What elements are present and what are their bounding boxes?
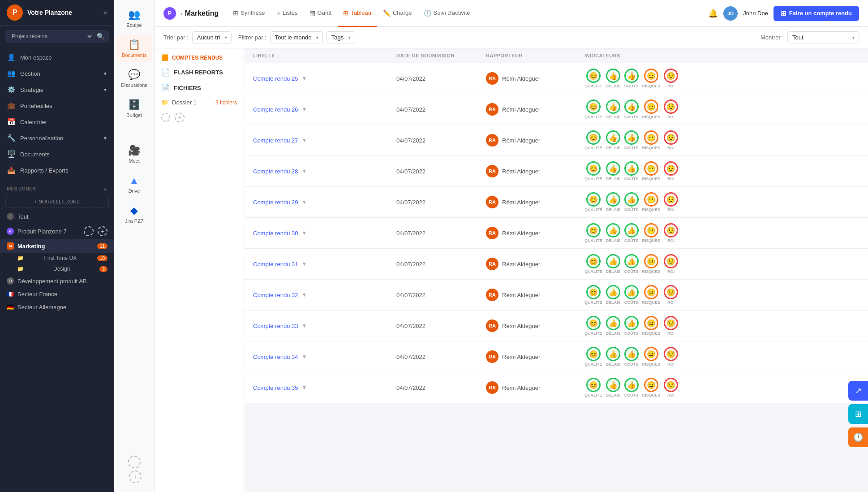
- tab-gantt[interactable]: ▦ Gantt: [304, 0, 337, 27]
- chevron-down-icon[interactable]: ▼: [301, 292, 307, 298]
- compte-rendu-link[interactable]: Compte rendu 35: [253, 384, 298, 391]
- chevron-down-icon[interactable]: ▼: [301, 323, 307, 329]
- sidebar-item-personnalisation[interactable]: 🔧 Personnalisation ▼: [0, 130, 114, 146]
- add-button[interactable]: +: [98, 226, 107, 236]
- sidebar-item-mon-espace[interactable]: 👤 Mon espace: [0, 49, 114, 65]
- indicator-label: DÉLAIS: [606, 331, 621, 336]
- mid-item-documents[interactable]: 📋 Documents: [116, 35, 152, 62]
- sidebar-item-rapports[interactable]: 📤 Rapports / Exports: [0, 162, 114, 178]
- dossier-1-item[interactable]: 📁 Dossier 1 3 fichiers: [155, 96, 244, 109]
- roi-circle: 😟: [664, 223, 678, 237]
- trier-select[interactable]: Aucun tri: [192, 31, 232, 43]
- indicator-label: RISQUES: [642, 115, 661, 119]
- indicator-risques: 😐RISQUES: [642, 254, 661, 274]
- indicator-label: ROI: [667, 362, 675, 367]
- filtrer-select[interactable]: Tout le monde: [270, 31, 323, 43]
- first-ux-badge: 10: [97, 255, 107, 261]
- date-cell: 04/07/2022: [396, 137, 486, 144]
- fichiers-item[interactable]: 📄 FICHIERS: [155, 80, 244, 96]
- sidebar-item-produit-pz7[interactable]: P Produit Planzone 7 +: [0, 223, 114, 239]
- chevron-down-icon: ▼: [103, 136, 107, 141]
- recent-projects-select[interactable]: Projets récents: [10, 33, 93, 40]
- chevron-down-icon[interactable]: ▼: [301, 354, 307, 360]
- indicator-label: ROI: [667, 269, 675, 274]
- collapse-sidebar-button[interactable]: «: [103, 9, 107, 17]
- indicator-label: COÛTS: [624, 362, 639, 367]
- compte-rendu-link[interactable]: Compte rendu 33: [253, 323, 298, 329]
- chevron-down-icon[interactable]: ▼: [301, 106, 307, 112]
- chevron-down-icon[interactable]: ▼: [301, 261, 307, 267]
- mid-item-equipe[interactable]: 👥 Equipe: [116, 4, 152, 32]
- produit-icon: P: [7, 228, 14, 235]
- roi-circle: 😟: [664, 378, 678, 392]
- sidebar-item-gestion[interactable]: 👥 Gestion ▼: [0, 65, 114, 82]
- indicator-risques: 😐RISQUES: [642, 347, 661, 367]
- sidebar-item-secteur-allemagne[interactable]: 🇩🇪 Secteur Allemagne: [0, 301, 114, 314]
- coûts-circle: 👍: [624, 316, 639, 330]
- dossier-badge: 3 fichiers: [215, 99, 237, 106]
- listes-icon: ≡: [276, 9, 280, 17]
- chevron-down-icon[interactable]: ▼: [301, 168, 307, 174]
- date-cell: 04/07/2022: [396, 230, 486, 237]
- row-label-cell: Compte rendu 30▼: [253, 230, 396, 237]
- back-button[interactable]: ‹: [180, 10, 183, 17]
- tab-suivi-activite[interactable]: 🕐 Suivi d'activité: [418, 0, 476, 27]
- compte-rendu-link[interactable]: Compte rendu 31: [253, 261, 298, 268]
- sidebar-item-strategie[interactable]: ⚙️ Stratégie ▼: [0, 82, 114, 98]
- search-button[interactable]: 🔍: [97, 33, 104, 40]
- tab-tableau[interactable]: ⊞ Tableau: [338, 0, 377, 27]
- chevron-down-icon[interactable]: ▼: [301, 199, 307, 205]
- compte-rendu-link[interactable]: Compte rendu 29: [253, 199, 298, 206]
- chevron-down-icon[interactable]: ▼: [301, 137, 307, 143]
- mid-item-jira[interactable]: ◆ Jira PZ7: [116, 200, 152, 228]
- flash-reports-item[interactable]: 📄 FLASH REPORTS: [155, 65, 244, 80]
- qualité-circle: 😊: [586, 285, 601, 299]
- mid-item-meet[interactable]: 🎥 Meet: [116, 140, 152, 168]
- float-btn-blue[interactable]: ↗: [848, 381, 868, 401]
- compte-rendu-link[interactable]: Compte rendu 28: [253, 168, 298, 175]
- chevron-down-icon[interactable]: ▼: [301, 384, 307, 391]
- compte-rendu-link[interactable]: Compte rendu 25: [253, 75, 298, 82]
- search-box: Projets récents 🔍: [5, 30, 109, 43]
- chevron-down-icon[interactable]: ▼: [301, 75, 307, 82]
- mid-item-discussions[interactable]: 💬 Discussions: [116, 65, 152, 92]
- mid-item-drive[interactable]: ▲ Drive: [116, 170, 152, 198]
- compte-rendu-link[interactable]: Compte rendu 26: [253, 106, 298, 113]
- tab-synthese[interactable]: ⊞ Synthèse: [228, 0, 270, 27]
- mid-item-budget[interactable]: 🗄️ Budget: [116, 95, 152, 122]
- trier-select-wrapper: Aucun tri: [192, 31, 232, 43]
- sidebar-item-marketing[interactable]: M Marketing 11: [0, 239, 114, 253]
- roi-circle: 😟: [664, 192, 678, 207]
- add-integration-button[interactable]: +: [129, 470, 142, 483]
- sidebar-item-documents[interactable]: 🖥️ Documents: [0, 146, 114, 162]
- add-zone-button[interactable]: + NOUVELLE ZONE: [5, 196, 109, 207]
- row-label-cell: Compte rendu 28▼: [253, 168, 396, 175]
- sidebar-item-calendrier[interactable]: 📅 Calendrier: [0, 114, 114, 130]
- tab-charge[interactable]: ✏️ Charge: [378, 0, 417, 27]
- chevron-down-icon[interactable]: ▼: [301, 230, 307, 236]
- faire-compte-rendu-button[interactable]: ⊞ Faire un compte rendu: [773, 6, 859, 21]
- sidebar-item-portefeuilles[interactable]: 💼 Portefeuilles: [0, 98, 114, 114]
- reporter-name: Rémi Aldeguer: [502, 354, 540, 360]
- montrer-select[interactable]: Tout Actif Archivé: [787, 31, 859, 43]
- float-btn-teal[interactable]: ⊞: [848, 404, 868, 424]
- délais-circle: 👍: [606, 254, 620, 268]
- sidebar-item-secteur-france[interactable]: 🇫🇷 Secteur France: [0, 288, 114, 301]
- tab-listes[interactable]: ≡ Listes: [271, 0, 303, 27]
- compte-rendu-link[interactable]: Compte rendu 27: [253, 137, 298, 144]
- sidebar-item-dev-produit[interactable]: O Développement produit AB: [0, 274, 114, 288]
- marketing-icon: M: [7, 242, 14, 250]
- compte-rendu-link[interactable]: Compte rendu 34: [253, 354, 298, 360]
- tags-select[interactable]: Tags: [327, 31, 355, 43]
- comptes-rendus-header[interactable]: 🟧 COMPTES RENDUS: [155, 51, 244, 65]
- add-folder-button[interactable]: +: [175, 112, 185, 122]
- sidebar-item-first-time-ux[interactable]: 📁 First Time UX 10: [0, 253, 114, 263]
- sidebar-item-design[interactable]: 📁 Design 3: [0, 263, 114, 274]
- compte-rendu-link[interactable]: Compte rendu 32: [253, 292, 298, 298]
- compte-rendu-link[interactable]: Compte rendu 30: [253, 230, 298, 237]
- indicator-roi: 😟ROI: [664, 254, 678, 274]
- risques-circle: 😐: [644, 192, 658, 207]
- sidebar-item-tout[interactable]: ○ Tout: [0, 210, 114, 223]
- notifications-button[interactable]: 🔔: [708, 9, 718, 18]
- float-btn-orange[interactable]: 🕐: [848, 427, 868, 447]
